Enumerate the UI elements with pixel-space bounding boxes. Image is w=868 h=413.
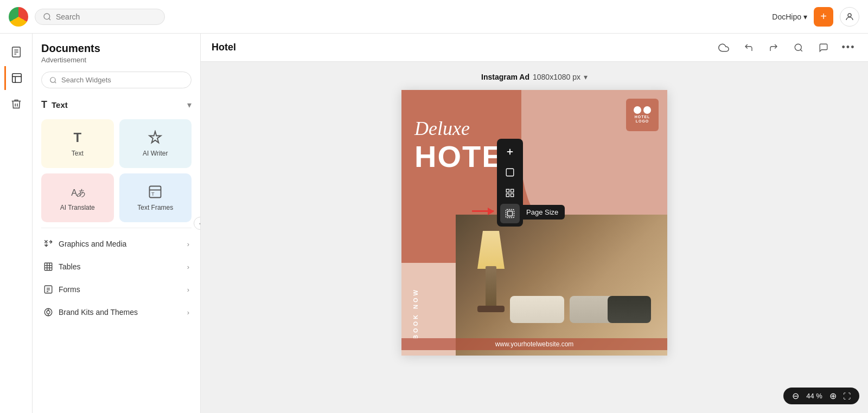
panel-collapse-button[interactable]: ‹ bbox=[194, 217, 201, 230]
text-section-T-icon: T bbox=[41, 99, 47, 111]
svg-rect-22 bbox=[44, 286, 52, 293]
document-icon bbox=[10, 46, 22, 58]
forms-label: Forms bbox=[59, 285, 80, 294]
sidebar-item-templates[interactable] bbox=[4, 66, 28, 90]
menu-forms[interactable]: Forms › bbox=[41, 278, 192, 301]
text-frames-icon: T bbox=[148, 184, 163, 199]
frame-icon bbox=[505, 167, 515, 177]
design-canvas[interactable]: HOTELLOGO Deluxe HOTEL bbox=[401, 90, 667, 356]
dochipo-menu[interactable]: DocHipo ▾ bbox=[772, 12, 807, 21]
svg-point-2 bbox=[848, 14, 851, 17]
svg-point-30 bbox=[795, 44, 801, 50]
cloud-icon bbox=[718, 42, 729, 53]
widget-text-frames[interactable]: T Text Frames bbox=[119, 173, 192, 222]
svg-rect-37 bbox=[506, 194, 509, 197]
global-search-input[interactable] bbox=[56, 12, 154, 21]
search-canvas-button[interactable] bbox=[790, 39, 807, 56]
brand-kits-chevron: › bbox=[187, 308, 189, 317]
top-bar: DocHipo ▾ + bbox=[0, 0, 868, 34]
brand-kits-icon bbox=[43, 307, 53, 317]
graphics-media-chevron: › bbox=[187, 240, 189, 248]
svg-rect-40 bbox=[508, 211, 513, 216]
menu-tables[interactable]: Tables › bbox=[41, 255, 192, 278]
sidebar-item-trash[interactable] bbox=[4, 92, 28, 116]
top-bar-right: DocHipo ▾ + bbox=[772, 7, 859, 27]
text-section-chevron: ▾ bbox=[187, 100, 192, 110]
page-size-selector[interactable]: Instagram Ad 1080x1080 px ▾ bbox=[481, 73, 588, 81]
canvas-content: Instagram Ad 1080x1080 px ▾ bbox=[201, 62, 868, 413]
user-icon bbox=[845, 12, 854, 22]
panel-title: Documents bbox=[41, 42, 192, 55]
svg-rect-36 bbox=[511, 189, 514, 192]
svg-line-1 bbox=[49, 18, 50, 20]
template-icon bbox=[11, 72, 23, 84]
tables-icon bbox=[43, 262, 53, 272]
ft-page-size-button[interactable] bbox=[500, 204, 520, 223]
lamp-foot bbox=[477, 306, 505, 312]
redo-button[interactable] bbox=[765, 39, 782, 56]
dochipo-label: DocHipo bbox=[772, 12, 801, 21]
svg-rect-38 bbox=[511, 194, 514, 197]
svg-point-0 bbox=[44, 14, 50, 20]
panel-subtitle: Advertisement bbox=[41, 56, 192, 64]
search-widgets-input[interactable] bbox=[61, 76, 170, 84]
canvas-toolbar: Hotel ••• bbox=[201, 34, 868, 62]
more-dots-icon: ••• bbox=[842, 42, 856, 53]
canvas-toolbar-right: ••• bbox=[715, 39, 857, 56]
website-url: www.yourhotelwebsite.com bbox=[401, 338, 667, 350]
ft-add-button[interactable] bbox=[500, 142, 520, 162]
svg-point-10 bbox=[50, 77, 55, 82]
fullscreen-button[interactable]: ⛶ bbox=[841, 392, 853, 401]
cloud-save-button[interactable] bbox=[715, 39, 732, 56]
menu-graphics-media[interactable]: Graphics and Media › bbox=[41, 233, 192, 255]
graphics-media-label: Graphics and Media bbox=[59, 240, 126, 248]
graphics-media-icon bbox=[43, 239, 53, 249]
search-widgets-bar[interactable] bbox=[41, 72, 192, 88]
search-widgets-icon bbox=[49, 76, 57, 84]
page-size-icon bbox=[505, 209, 515, 218]
widget-ai-writer[interactable]: AI Writer bbox=[119, 119, 192, 168]
page-size-chevron: ▾ bbox=[584, 73, 588, 81]
zoom-in-button[interactable]: ⊕ bbox=[827, 391, 839, 401]
widget-text[interactable]: T Text bbox=[41, 119, 114, 168]
deluxe-heading: Deluxe bbox=[414, 117, 470, 140]
menu-brand-kits[interactable]: Brand Kits and Themes › bbox=[41, 301, 192, 324]
search-canvas-icon bbox=[794, 43, 803, 53]
undo-button[interactable] bbox=[740, 39, 757, 56]
search-icon bbox=[43, 12, 52, 21]
comments-icon bbox=[819, 43, 828, 53]
text-section-label: Text bbox=[52, 100, 68, 109]
ft-frame-button[interactable] bbox=[500, 163, 520, 182]
more-options-button[interactable]: ••• bbox=[840, 39, 857, 56]
divider-1 bbox=[41, 228, 192, 228]
tooltip-text: Page Size bbox=[526, 208, 558, 216]
logo-circle-1 bbox=[634, 106, 641, 114]
bedroom-image bbox=[456, 215, 667, 356]
widget-grid: T Text AI Writer Aあ AI Translate T Text … bbox=[41, 119, 192, 222]
page-size-label: Instagram Ad bbox=[481, 73, 529, 81]
svg-text:T: T bbox=[151, 191, 155, 197]
zoom-level: 44 % bbox=[803, 392, 825, 400]
design-canvas-wrapper: HOTELLOGO Deluxe HOTEL bbox=[401, 90, 667, 356]
canvas-area: Hotel ••• bbox=[201, 34, 868, 413]
zoom-out-button[interactable]: ⊖ bbox=[790, 391, 801, 401]
comments-button[interactable] bbox=[815, 39, 832, 56]
user-profile-button[interactable] bbox=[840, 7, 859, 27]
grid-icon bbox=[505, 188, 515, 198]
hotel-logo-text: HOTELLOGO bbox=[635, 115, 650, 124]
svg-rect-34 bbox=[506, 169, 514, 176]
ai-writer-label: AI Writer bbox=[143, 150, 168, 157]
text-section-header[interactable]: T Text ▾ bbox=[41, 96, 192, 114]
text-widget-label: Text bbox=[72, 150, 84, 157]
global-search-bar[interactable] bbox=[35, 9, 165, 25]
page-size-tooltip: Page Size bbox=[520, 205, 565, 220]
text-widget-icon: T bbox=[73, 130, 81, 145]
zoom-bar: ⊖ 44 % ⊕ ⛶ bbox=[783, 388, 859, 404]
add-button[interactable]: + bbox=[814, 7, 833, 27]
svg-rect-39 bbox=[506, 210, 514, 218]
ft-grid-button[interactable] bbox=[500, 183, 520, 203]
sidebar-item-new-doc[interactable] bbox=[4, 40, 28, 64]
canvas-title: Hotel bbox=[212, 42, 236, 53]
widget-ai-translate[interactable]: Aあ AI Translate bbox=[41, 173, 114, 222]
hotel-logo: HOTELLOGO bbox=[626, 99, 659, 131]
